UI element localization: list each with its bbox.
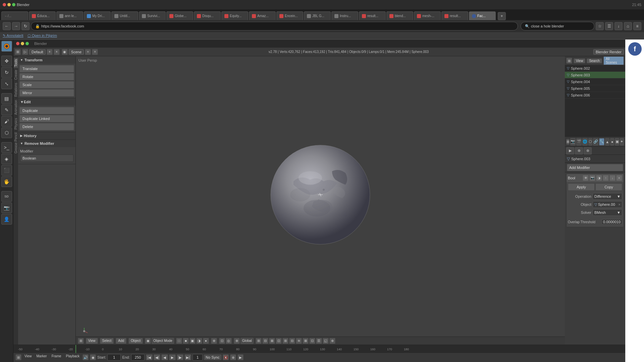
particles-prop-icon[interactable]: ✦ — [620, 138, 624, 145]
extra-icon2[interactable]: ⊟ — [262, 338, 268, 344]
texture-icon[interactable]: ▣ — [190, 338, 196, 344]
modifier-down-btn[interactable]: ↓ — [609, 175, 615, 181]
timeline-frame-btn[interactable]: Frame — [50, 354, 63, 360]
home-btn[interactable]: ⌂ — [624, 22, 632, 30]
timeline-audio-btn[interactable]: 🔇 — [223, 354, 229, 360]
reader-btn[interactable]: ☰ — [605, 22, 613, 30]
brush-icon[interactable]: ⬛ — [1, 165, 12, 176]
render-prop-icon[interactable]: 📷 — [570, 138, 576, 145]
modifier-camera-btn[interactable]: 📷 — [589, 175, 595, 181]
apply-btn[interactable]: Apply — [568, 183, 595, 191]
next-keyframe-btn[interactable]: |▶ — [177, 354, 183, 360]
translate-btn[interactable]: Translate — [19, 65, 74, 72]
minimize-dot[interactable] — [21, 42, 24, 45]
tab-educa[interactable]: Éduca... — [29, 11, 56, 20]
extra-icon10[interactable]: ☰ — [316, 338, 322, 344]
blender-logo[interactable] — [1, 41, 12, 52]
add-screen-btn[interactable]: + — [47, 49, 53, 55]
download-btn[interactable]: ↓ — [614, 22, 623, 30]
scene-prop-icon[interactable]: 🎬 — [576, 138, 582, 145]
viewport-3d[interactable]: User Persp — [76, 56, 565, 345]
rotate-icon[interactable]: ↻ — [1, 67, 12, 78]
delete-btn[interactable]: Delete — [19, 123, 74, 130]
audio-sync-icon[interactable]: ◉ — [90, 354, 96, 360]
tab-encein[interactable]: Encein... — [276, 11, 303, 20]
timeline-playback-btn[interactable]: Playback — [64, 354, 82, 360]
pivot-icon[interactable]: ⊕ — [211, 338, 217, 344]
sculpt-icon[interactable]: ⬡ — [1, 127, 12, 138]
object-value-field[interactable]: ▽ Sphere.00 × — [593, 201, 622, 208]
history-header[interactable]: ▶ History — [18, 132, 75, 139]
world-prop-icon[interactable]: 🌐 — [582, 138, 588, 145]
modifier-render-btn[interactable]: ◑ — [596, 175, 602, 181]
translate-icon[interactable]: ✥ — [1, 56, 12, 66]
facebook-logo[interactable]: f — [628, 42, 642, 56]
modifier-prop-icon[interactable]: 🔧 — [599, 138, 604, 145]
solid-icon[interactable]: ■ — [183, 338, 189, 344]
tab-blend[interactable]: blend... — [386, 11, 413, 20]
duplicate-linked-btn[interactable]: Duplicate Linked — [19, 115, 74, 122]
menu-file[interactable] — [99, 51, 104, 53]
paint-icon[interactable]: 🖌 — [1, 116, 12, 127]
remove-modifier-header[interactable]: ▼ Remove Modifier — [18, 140, 75, 147]
jump-end-btn[interactable]: ▶| — [184, 354, 191, 360]
menu-btn[interactable]: ≡ — [633, 22, 641, 30]
constraints-prop-icon[interactable]: 🔗 — [593, 138, 598, 145]
transform-header[interactable]: ▼ Transform — [18, 56, 75, 64]
vtab-create[interactable]: Create — [14, 68, 18, 81]
proportional-icon[interactable]: ◎ — [226, 338, 232, 344]
timeline-view-btn[interactable]: View — [23, 354, 34, 360]
overlap-value-field[interactable]: 0.0000010 — [601, 219, 622, 225]
tab-survivi[interactable]: Survivi... — [139, 11, 166, 20]
viewport-icon-btn[interactable]: ⊞ — [78, 338, 84, 344]
current-frame-input[interactable]: 1 — [193, 354, 203, 361]
outliner-search-btn[interactable]: Search — [587, 58, 602, 63]
timeline-ruler-area[interactable]: -50 -40 -30 -20 -10 0 10 20 30 40 50 60 … — [13, 345, 625, 353]
sd-icon[interactable]: SD — [1, 191, 12, 202]
sub-icon3[interactable]: ⊕ — [584, 147, 592, 155]
timeline-marker-btn[interactable]: Marker — [35, 354, 49, 360]
prop-main-icon[interactable]: ⊞ — [566, 139, 570, 145]
prev-keyframe-btn[interactable]: ◀| — [154, 354, 160, 360]
extra-icon4[interactable]: ⊡ — [276, 338, 282, 344]
outliner-icon[interactable]: ⊞ — [566, 58, 572, 64]
tab-globe[interactable]: Globe... — [166, 11, 193, 20]
close-dot[interactable] — [16, 42, 19, 45]
sub-icon2[interactable]: ⊕ — [575, 147, 583, 155]
toolbar-icon[interactable]: ▤ — [1, 93, 12, 104]
mirror-btn[interactable]: Mirror — [19, 89, 74, 97]
object-mode-icon[interactable]: ◉ — [145, 338, 151, 344]
material-prop-icon[interactable]: ● — [610, 138, 614, 145]
pilgrim-link[interactable]: ⬡ Open in Pilgrim — [28, 34, 57, 38]
jump-start-btn[interactable]: |◀ — [146, 354, 153, 360]
end-frame-input[interactable]: 250 — [131, 354, 145, 361]
tab-result1[interactable]: result... — [359, 11, 386, 20]
timeline-sync-btn[interactable]: ⊕ — [230, 354, 236, 360]
new-tab-btn[interactable]: + — [498, 12, 506, 20]
extra-icon5[interactable]: ⊞ — [282, 338, 288, 344]
person-icon[interactable]: 👤 — [1, 214, 12, 225]
wireframe-icon[interactable]: □ — [176, 338, 182, 344]
search-bar[interactable]: 🔍 close a hole blender — [521, 22, 594, 31]
back-btn[interactable]: ← — [3, 22, 11, 30]
remove-scene-btn[interactable]: × — [92, 49, 98, 55]
address-bar[interactable]: 🔒 https://www.facebook.com — [31, 22, 518, 31]
modifier-close-btn[interactable]: × — [616, 175, 622, 181]
outliner-scenes-btn[interactable]: All Scenes — [603, 56, 624, 65]
extra-icon9[interactable]: ⊡ — [309, 338, 315, 344]
outliner-item-sphere002[interactable]: ▽ Sphere.002 — [565, 65, 625, 72]
material-icon[interactable]: ◑ — [196, 338, 202, 344]
play-btn[interactable]: ▶ — [169, 354, 176, 360]
sub-icon1[interactable]: ▶ — [566, 147, 574, 155]
global-icon[interactable]: ⊕ — [234, 338, 240, 344]
tab-instru[interactable]: Instru... — [331, 11, 358, 20]
annotate-link[interactable]: ✎ AnnotateIt — [3, 34, 23, 38]
render-engine-select[interactable]: Blender Render — [593, 49, 624, 55]
tab-jbl[interactable]: JBL G... — [304, 11, 331, 20]
tab-result2[interactable]: result... — [441, 11, 468, 20]
screen-select[interactable]: Default — [29, 49, 46, 55]
scene-select[interactable]: Scene — [69, 49, 84, 55]
modifier-up-btn[interactable]: ↑ — [603, 175, 609, 181]
add-scene-btn[interactable]: + — [85, 49, 91, 55]
scale-btn[interactable]: Scale — [19, 81, 74, 88]
